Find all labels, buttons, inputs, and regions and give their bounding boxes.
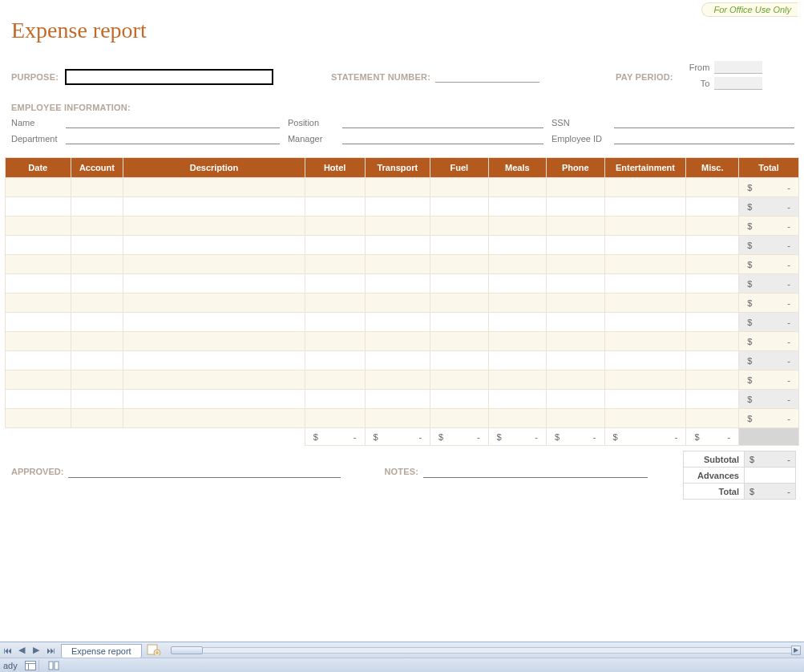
table-cell[interactable] [305,390,365,409]
table-cell[interactable] [686,351,739,370]
table-cell[interactable] [123,217,305,236]
table-cell[interactable] [488,293,546,313]
table-cell[interactable] [547,293,604,313]
table-cell[interactable] [365,409,430,428]
table-cell[interactable] [430,197,488,217]
table-cell[interactable] [123,178,305,197]
pay-to-input[interactable] [714,77,762,90]
table-cell[interactable] [547,255,604,274]
table-cell[interactable] [604,332,686,351]
pay-from-input[interactable] [714,61,762,74]
table-cell[interactable] [686,293,739,313]
table-cell[interactable] [430,274,488,293]
table-cell[interactable] [488,274,546,293]
table-cell[interactable] [71,390,123,409]
table-cell[interactable] [365,332,430,351]
table-cell[interactable] [604,236,686,255]
table-cell[interactable] [488,197,546,217]
table-cell[interactable] [488,390,546,409]
table-row[interactable]: $- [6,274,799,293]
table-cell[interactable] [6,274,71,293]
table-cell[interactable] [430,236,488,255]
table-cell[interactable] [547,351,604,370]
table-row[interactable]: $- [6,313,799,332]
sheet-tab-active[interactable]: Expense report [61,644,142,658]
table-row[interactable]: $- [6,390,799,409]
table-cell[interactable] [123,351,305,370]
table-cell[interactable] [604,313,686,332]
table-cell[interactable] [547,409,604,428]
table-cell[interactable] [488,313,546,332]
name-input[interactable] [66,117,280,128]
table-cell[interactable] [488,332,546,351]
table-cell[interactable] [488,409,546,428]
table-cell[interactable] [305,197,365,217]
table-cell[interactable] [71,409,123,428]
table-cell[interactable] [547,217,604,236]
table-cell[interactable] [6,370,71,390]
table-cell[interactable] [604,351,686,370]
tab-nav-last-icon[interactable]: ⏭ [43,643,58,658]
table-cell[interactable] [123,332,305,351]
table-cell[interactable] [6,409,71,428]
expense-table[interactable]: DateAccountDescriptionHotelTransportFuel… [5,157,799,446]
table-row[interactable]: $- [6,236,799,255]
table-cell[interactable] [123,409,305,428]
table-cell[interactable] [123,197,305,217]
table-cell[interactable] [6,313,71,332]
table-cell[interactable] [547,178,604,197]
table-cell[interactable] [71,236,123,255]
employee-id-input[interactable] [614,133,794,144]
table-cell[interactable] [686,370,739,390]
table-cell[interactable] [686,332,739,351]
table-cell[interactable] [488,236,546,255]
position-input[interactable] [342,117,543,128]
table-cell[interactable] [365,390,430,409]
table-cell[interactable] [430,217,488,236]
department-input[interactable] [66,133,280,144]
table-cell[interactable] [6,178,71,197]
table-cell[interactable] [71,197,123,217]
table-cell[interactable] [123,390,305,409]
table-cell[interactable] [305,178,365,197]
table-cell[interactable] [71,332,123,351]
approved-input[interactable] [68,465,341,478]
table-cell[interactable] [488,351,546,370]
table-cell[interactable] [6,332,71,351]
table-cell[interactable] [430,351,488,370]
table-cell[interactable] [686,217,739,236]
table-cell[interactable] [686,409,739,428]
table-cell[interactable] [604,217,686,236]
table-row[interactable]: $- [6,293,799,313]
statement-number-input[interactable] [435,71,539,83]
table-cell[interactable] [604,293,686,313]
manager-input[interactable] [342,133,543,144]
table-cell[interactable] [365,293,430,313]
table-cell[interactable] [305,236,365,255]
table-row[interactable]: $- [6,178,799,197]
table-cell[interactable] [71,351,123,370]
table-row[interactable]: $- [6,409,799,428]
table-cell[interactable] [686,236,739,255]
table-cell[interactable] [488,178,546,197]
table-cell[interactable] [604,178,686,197]
table-cell[interactable] [686,390,739,409]
table-cell[interactable] [547,390,604,409]
table-cell[interactable] [71,217,123,236]
table-cell[interactable] [430,313,488,332]
new-sheet-icon[interactable] [147,644,161,657]
table-cell[interactable] [6,217,71,236]
table-cell[interactable] [430,409,488,428]
table-cell[interactable] [305,351,365,370]
table-cell[interactable] [123,255,305,274]
table-cell[interactable] [305,255,365,274]
horizontal-scrollbar[interactable]: ▶ [171,645,799,656]
table-cell[interactable] [430,370,488,390]
tab-nav-prev-icon[interactable]: ◀ [14,643,29,658]
table-cell[interactable] [686,313,739,332]
notes-input[interactable] [423,465,648,478]
table-cell[interactable] [547,197,604,217]
table-cell[interactable] [430,390,488,409]
tab-nav-next-icon[interactable]: ▶ [29,643,43,658]
table-row[interactable]: $- [6,332,799,351]
